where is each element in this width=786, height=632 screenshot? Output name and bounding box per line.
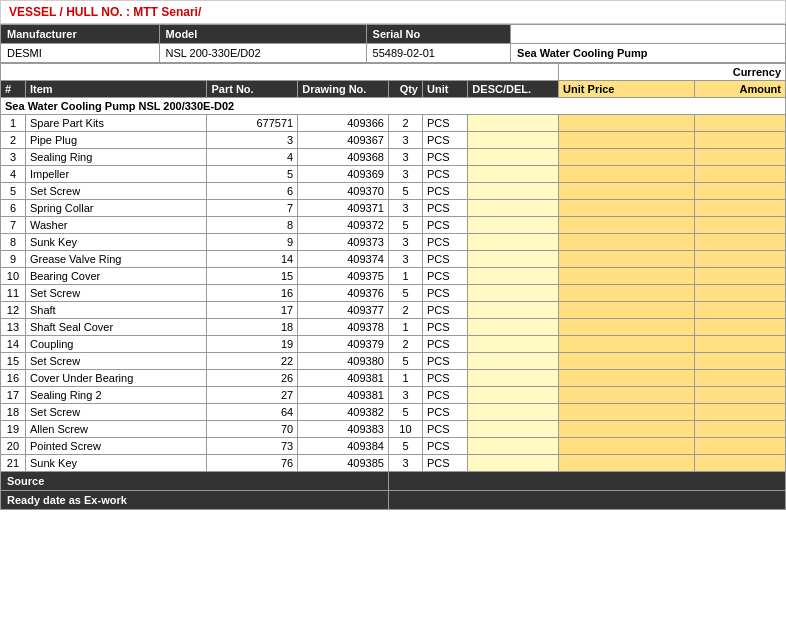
table-row: 13Shaft Seal Cover184093781PCS <box>1 319 786 336</box>
row-amount <box>695 251 786 268</box>
row-drawing-no: 409368 <box>298 149 389 166</box>
row-num: 7 <box>1 217 26 234</box>
row-amount <box>695 404 786 421</box>
row-qty: 3 <box>388 132 422 149</box>
table-row: 5Set Screw64093705PCS <box>1 183 786 200</box>
row-part-no: 8 <box>207 217 298 234</box>
row-desc-del <box>468 302 559 319</box>
row-desc-del <box>468 404 559 421</box>
row-item: Sunk Key <box>25 234 207 251</box>
table-row: 20Pointed Screw734093845PCS <box>1 438 786 455</box>
row-num: 14 <box>1 336 26 353</box>
row-drawing-no: 409375 <box>298 268 389 285</box>
row-unit-price <box>559 370 695 387</box>
row-unit: PCS <box>422 166 467 183</box>
main-table: Currency # Item Part No. Drawing No. Qty… <box>0 63 786 510</box>
table-row: 9Grease Valve Ring144093743PCS <box>1 251 786 268</box>
footer-source-row: Source <box>1 472 786 491</box>
row-unit: PCS <box>422 115 467 132</box>
row-drawing-no: 409371 <box>298 200 389 217</box>
table-row: 11Set Screw164093765PCS <box>1 285 786 302</box>
row-amount <box>695 149 786 166</box>
row-qty: 5 <box>388 285 422 302</box>
row-qty: 1 <box>388 268 422 285</box>
row-part-no: 26 <box>207 370 298 387</box>
row-desc-del <box>468 251 559 268</box>
row-desc-del <box>468 438 559 455</box>
row-item: Coupling <box>25 336 207 353</box>
row-item: Cover Under Bearing <box>25 370 207 387</box>
row-amount <box>695 387 786 404</box>
row-desc-del <box>468 319 559 336</box>
row-qty: 3 <box>388 234 422 251</box>
row-amount <box>695 438 786 455</box>
row-part-no: 18 <box>207 319 298 336</box>
row-drawing-no: 409382 <box>298 404 389 421</box>
row-desc-del <box>468 132 559 149</box>
row-num: 9 <box>1 251 26 268</box>
row-num: 2 <box>1 132 26 149</box>
row-unit-price <box>559 149 695 166</box>
row-amount <box>695 319 786 336</box>
model-label: Model <box>159 25 366 44</box>
row-drawing-no: 409381 <box>298 370 389 387</box>
row-drawing-no: 409378 <box>298 319 389 336</box>
row-item: Pipe Plug <box>25 132 207 149</box>
row-unit-price <box>559 302 695 319</box>
row-part-no: 73 <box>207 438 298 455</box>
row-desc-del <box>468 455 559 472</box>
table-row: 4Impeller54093693PCS <box>1 166 786 183</box>
row-amount <box>695 166 786 183</box>
row-item: Set Screw <box>25 285 207 302</box>
row-num: 15 <box>1 353 26 370</box>
row-unit: PCS <box>422 149 467 166</box>
row-amount <box>695 455 786 472</box>
row-unit: PCS <box>422 353 467 370</box>
row-desc-del <box>468 149 559 166</box>
row-unit-price <box>559 115 695 132</box>
row-item: Spare Part Kits <box>25 115 207 132</box>
table-row: 1Spare Part Kits6775714093662PCS <box>1 115 786 132</box>
footer-ready-row: Ready date as Ex-work <box>1 491 786 510</box>
row-num: 19 <box>1 421 26 438</box>
row-desc-del <box>468 387 559 404</box>
row-item: Grease Valve Ring <box>25 251 207 268</box>
row-num: 21 <box>1 455 26 472</box>
row-amount <box>695 285 786 302</box>
row-item: Shaft <box>25 302 207 319</box>
model-value: NSL 200-330E/D02 <box>159 44 366 63</box>
row-drawing-no: 409383 <box>298 421 389 438</box>
row-item: Allen Screw <box>25 421 207 438</box>
row-desc-del <box>468 115 559 132</box>
row-unit-price <box>559 353 695 370</box>
table-row: 16Cover Under Bearing264093811PCS <box>1 370 786 387</box>
row-drawing-no: 409369 <box>298 166 389 183</box>
table-row: 3Sealing Ring44093683PCS <box>1 149 786 166</box>
row-unit: PCS <box>422 387 467 404</box>
row-unit-price <box>559 251 695 268</box>
row-item: Set Screw <box>25 404 207 421</box>
col-item: Item <box>25 81 207 98</box>
row-drawing-no: 409373 <box>298 234 389 251</box>
row-unit: PCS <box>422 438 467 455</box>
table-row: 15Set Screw224093805PCS <box>1 353 786 370</box>
sub-header-text: Sea Water Cooling Pump NSL 200/330E-D02 <box>5 100 234 112</box>
row-qty: 5 <box>388 353 422 370</box>
row-drawing-no: 409385 <box>298 455 389 472</box>
row-drawing-no: 409370 <box>298 183 389 200</box>
row-amount <box>695 183 786 200</box>
row-part-no: 64 <box>207 404 298 421</box>
row-desc-del <box>468 200 559 217</box>
row-unit-price <box>559 387 695 404</box>
row-unit: PCS <box>422 421 467 438</box>
row-amount <box>695 115 786 132</box>
row-unit-price <box>559 455 695 472</box>
serial-label: Serial No <box>366 25 511 44</box>
row-unit-price <box>559 183 695 200</box>
row-amount <box>695 132 786 149</box>
row-part-no: 76 <box>207 455 298 472</box>
row-part-no: 5 <box>207 166 298 183</box>
row-qty: 3 <box>388 455 422 472</box>
row-part-no: 70 <box>207 421 298 438</box>
row-part-no: 17 <box>207 302 298 319</box>
